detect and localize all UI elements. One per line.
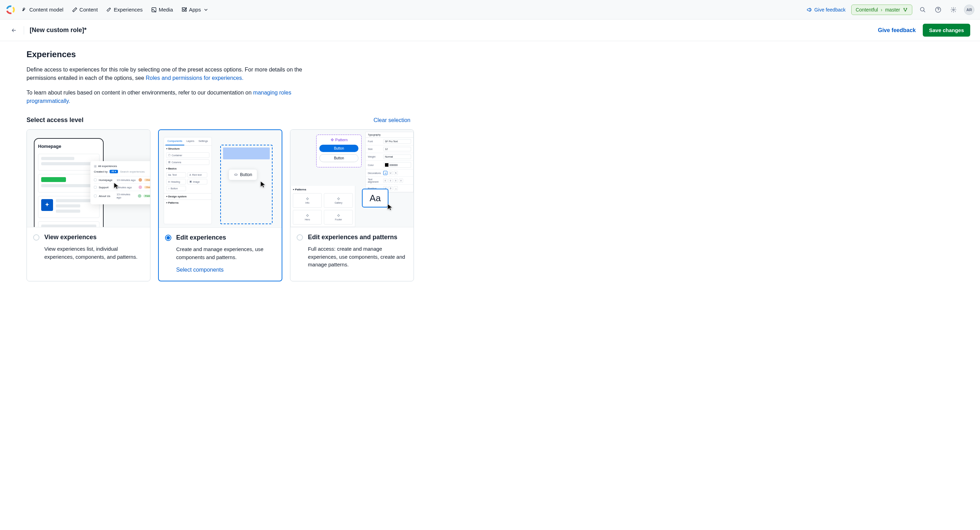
svg-rect-10 bbox=[94, 165, 95, 166]
settings-button[interactable] bbox=[948, 5, 958, 15]
nav-content-model[interactable]: Content model bbox=[22, 6, 64, 13]
nav-content[interactable]: Content bbox=[72, 6, 98, 13]
radio-button[interactable] bbox=[33, 234, 40, 241]
card-view-experiences[interactable]: Homepage All experiences bbox=[27, 129, 150, 281]
pen-icon bbox=[72, 7, 78, 13]
card-preview: Pattern Button Button Typography FontSF … bbox=[290, 130, 414, 227]
preview-side-panel: Components Layers Settings Structure ▢ C… bbox=[164, 137, 212, 224]
svg-point-5 bbox=[906, 8, 907, 9]
preview-aa-box: Aa bbox=[362, 189, 388, 208]
search-icon bbox=[920, 6, 926, 13]
svg-point-9 bbox=[953, 9, 955, 11]
puzzle-icon bbox=[181, 7, 187, 13]
nav-media[interactable]: Media bbox=[151, 6, 173, 13]
divider bbox=[24, 26, 24, 35]
gear-icon bbox=[950, 6, 957, 13]
nav-label: Media bbox=[159, 6, 173, 13]
contentful-logo[interactable] bbox=[6, 5, 15, 15]
cursor-icon bbox=[387, 203, 393, 211]
give-feedback-link[interactable]: Give feedback bbox=[807, 7, 846, 13]
svg-rect-12 bbox=[94, 166, 95, 167]
desc-text: To learn about rules based on content in… bbox=[27, 90, 253, 95]
cursor-icon bbox=[113, 182, 120, 190]
top-nav: Content model Content Experiences Media … bbox=[0, 0, 980, 19]
wrench-icon bbox=[22, 7, 27, 13]
section-title: Experiences bbox=[27, 49, 420, 59]
nav-label: Experiences bbox=[114, 6, 143, 13]
clear-selection-button[interactable]: Clear selection bbox=[374, 117, 410, 124]
svg-point-4 bbox=[904, 8, 904, 9]
card-preview: Components Layers Settings Structure ▢ C… bbox=[159, 130, 282, 228]
svg-rect-14 bbox=[234, 174, 237, 175]
help-icon bbox=[935, 6, 941, 13]
svg-point-7 bbox=[920, 7, 924, 11]
card-title: View experiences bbox=[45, 233, 97, 241]
arrow-left-icon bbox=[11, 27, 17, 33]
preview-title: Homepage bbox=[38, 144, 99, 149]
card-description: View experiences list, individual experi… bbox=[45, 245, 144, 261]
main-content: Experiences Define access to experiences… bbox=[0, 41, 447, 290]
section-description-1: Define access to experiences for this ro… bbox=[27, 65, 306, 82]
select-access-label: Select access level bbox=[27, 116, 83, 124]
environment-selector[interactable]: Contentful › master bbox=[851, 5, 912, 15]
access-level-cards: Homepage All experiences bbox=[27, 129, 414, 281]
feedback-label: Give feedback bbox=[814, 7, 846, 13]
megaphone-icon bbox=[807, 7, 812, 13]
env-name: master bbox=[885, 7, 900, 13]
card-title: Edit experiences bbox=[176, 234, 226, 241]
svg-point-6 bbox=[905, 11, 906, 11]
preview-button-widget: Button bbox=[229, 169, 258, 180]
branch-icon bbox=[903, 7, 908, 12]
save-changes-button[interactable]: Save changes bbox=[923, 24, 970, 36]
nav-label: Content model bbox=[29, 6, 64, 13]
svg-rect-11 bbox=[95, 165, 96, 166]
sparkle-icon bbox=[41, 199, 53, 211]
preview-canvas bbox=[214, 137, 282, 227]
card-edit-experiences-patterns[interactable]: Pattern Button Button Typography FontSF … bbox=[290, 129, 414, 281]
card-description: Create and manage experiences, use compo… bbox=[176, 246, 276, 261]
radio-button[interactable] bbox=[297, 234, 303, 241]
section-description-2: To learn about rules based on content in… bbox=[27, 89, 306, 105]
radio-button[interactable] bbox=[165, 235, 171, 241]
svg-rect-13 bbox=[95, 166, 96, 167]
page-title: [New custom role]* bbox=[30, 27, 87, 34]
card-preview: Homepage All experiences bbox=[27, 130, 150, 227]
chevron-down-icon bbox=[203, 7, 209, 13]
space-name: Contentful bbox=[856, 7, 878, 13]
help-button[interactable] bbox=[933, 5, 943, 15]
search-button[interactable] bbox=[918, 5, 928, 15]
nav-label: Apps bbox=[189, 6, 201, 13]
chevron-right-icon: › bbox=[881, 7, 883, 13]
nav-label: Content bbox=[80, 6, 98, 13]
nav-experiences[interactable]: Experiences bbox=[106, 6, 143, 13]
page-header: [New custom role]* Give feedback Save ch… bbox=[0, 19, 980, 41]
preview-typography-panel: Typography FontSF Pro Text Size12 Weight… bbox=[365, 132, 414, 192]
card-title: Edit experiences and patterns bbox=[308, 233, 397, 241]
back-button[interactable] bbox=[10, 26, 18, 35]
roles-link[interactable]: Roles and permissions for experiences. bbox=[146, 75, 243, 81]
give-feedback-button[interactable]: Give feedback bbox=[878, 27, 916, 33]
preview-list-panel: All experiences Created by All ▾ Search … bbox=[91, 161, 150, 204]
nav-apps[interactable]: Apps bbox=[181, 6, 209, 13]
brush-icon bbox=[106, 7, 112, 13]
image-icon bbox=[151, 7, 157, 13]
preview-pattern-box: Pattern Button Button bbox=[316, 135, 361, 167]
card-edit-experiences[interactable]: Components Layers Settings Structure ▢ C… bbox=[158, 129, 283, 281]
cursor-icon bbox=[260, 181, 266, 188]
preview-patterns-list: Patterns Info Gallery Hero Footer bbox=[290, 186, 355, 227]
select-components-link[interactable]: Select components bbox=[176, 267, 276, 273]
user-avatar[interactable]: AR bbox=[964, 5, 974, 15]
card-description: Full access: create and manage experienc… bbox=[308, 245, 407, 269]
